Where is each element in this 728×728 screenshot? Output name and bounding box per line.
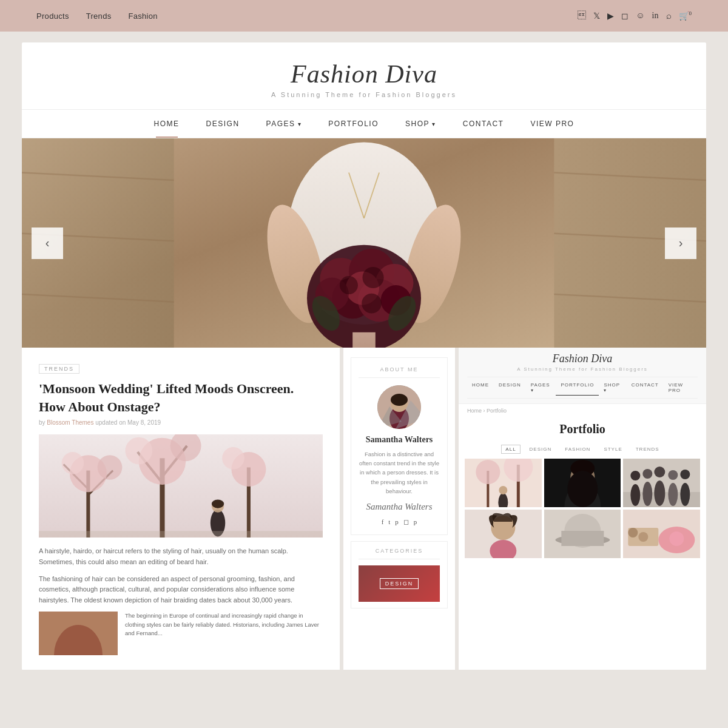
post-category: TRENDS xyxy=(39,364,79,374)
svg-rect-70 xyxy=(544,459,621,507)
svg-point-25 xyxy=(362,294,382,314)
filter-all[interactable]: ALL xyxy=(501,445,520,454)
about-me-box: ABOUT ME Samantha Walters Fashion is a d xyxy=(351,357,448,535)
bottom-section: TRENDS 'Monsoon Wedding' Lifted Moods On… xyxy=(22,348,706,670)
svg-point-41 xyxy=(125,437,152,465)
portfolio-thumb-1[interactable] xyxy=(465,459,542,507)
pnav-pages[interactable]: PAGES ▾ xyxy=(526,380,556,396)
pnav-contact[interactable]: CONTACT xyxy=(627,380,664,396)
svg-point-93 xyxy=(639,532,649,542)
top-bar-nav: Products Trends Fashion xyxy=(36,12,158,21)
category-image: DESIGN xyxy=(359,565,440,602)
pnav-home[interactable]: HOME xyxy=(467,380,494,396)
portfolio-thumb-6[interactable] xyxy=(623,510,700,558)
twitter-icon[interactable]: 𝕏 xyxy=(593,11,600,21)
post-excerpt-3: The beginning in Europe of continual and… xyxy=(125,612,323,655)
youtube-icon[interactable]: ▶ xyxy=(607,11,614,21)
pnav-shop[interactable]: SHOP ▾ xyxy=(599,380,626,396)
portfolio-breadcrumb: Home › Portfolio xyxy=(459,404,706,417)
post-main-image xyxy=(39,434,323,538)
portfolio-mini-nav: HOME DESIGN PAGES ▾ PORTFOLIO SHOP ▾ CON… xyxy=(467,377,698,399)
social-facebook[interactable]: f xyxy=(382,518,384,526)
about-me-title: ABOUT ME xyxy=(359,366,440,378)
svg-point-77 xyxy=(655,467,666,477)
post-excerpt-2: The fashioning of hair can be considered… xyxy=(39,574,323,606)
site-subtitle: A Stunning Theme for Fashion Bloggers xyxy=(22,91,706,98)
svg-point-95 xyxy=(670,531,684,546)
categories-title: CATEGORIES xyxy=(359,548,440,559)
filter-trends[interactable]: TRENDS xyxy=(632,445,664,454)
topnav-trends[interactable]: Trends xyxy=(86,12,112,21)
filter-fashion[interactable]: FASHION xyxy=(561,445,595,454)
hero-background xyxy=(22,138,706,348)
hero-slider: ‹ › xyxy=(22,138,706,348)
svg-point-44 xyxy=(222,447,244,470)
svg-point-24 xyxy=(362,267,383,288)
blog-panel: TRENDS 'Monsoon Wedding' Lifted Moods On… xyxy=(22,348,343,670)
pnav-viewpro[interactable]: VIEW PRO xyxy=(664,380,698,396)
search-icon[interactable]: ⌕ xyxy=(666,11,672,21)
ok-icon[interactable]: ☺ xyxy=(636,11,644,21)
top-bar-icons:  𝕏 ▶ ◻ ☺ in ⌕ 🛒0 xyxy=(578,10,692,21)
svg-point-47 xyxy=(212,500,224,508)
nav-portfolio[interactable]: PORTFOLIO xyxy=(315,110,392,138)
portfolio-filter: ALL DESIGN FASHION STYLE TRENDS xyxy=(459,441,706,459)
pnav-portfolio[interactable]: PORTFOLIO xyxy=(556,380,599,396)
svg-point-92 xyxy=(629,528,638,538)
svg-point-74 xyxy=(631,484,641,506)
about-signature: Samantha Walters xyxy=(359,502,440,512)
sidebar-panel: ABOUT ME Samantha Walters Fashion is a d xyxy=(343,348,459,670)
svg-point-38 xyxy=(62,452,84,474)
small-post-image xyxy=(39,612,118,655)
topnav-products[interactable]: Products xyxy=(36,12,69,21)
portfolio-section-title: Portfolio xyxy=(459,417,706,441)
top-bar: Products Trends Fashion  𝕏 ▶ ◻ ☺ in ⌕ 🛒… xyxy=(0,0,728,32)
nav-pages[interactable]: PAGES xyxy=(253,110,315,138)
portfolio-thumb-5[interactable] xyxy=(544,510,621,558)
portfolio-panel: Fashion Diva A Stunning Theme for Fashio… xyxy=(459,348,706,670)
social-pinterest[interactable]: p xyxy=(395,518,399,526)
svg-rect-89 xyxy=(561,531,604,546)
portfolio-thumb-4[interactable] xyxy=(465,510,542,558)
linkedin-icon[interactable]: in xyxy=(652,11,659,21)
category-label[interactable]: DESIGN xyxy=(380,578,419,589)
portfolio-mini-subtitle: A Stunning Theme for Fashion Bloggers xyxy=(467,366,698,372)
instagram-icon[interactable]: ◻ xyxy=(621,11,629,21)
social-instagram[interactable]: ◻ xyxy=(403,518,409,526)
nav-view-pro[interactable]: VIEW PRO xyxy=(517,110,587,138)
svg-rect-28 xyxy=(352,332,376,348)
svg-point-80 xyxy=(669,483,678,506)
slider-next-button[interactable]: › xyxy=(665,228,696,259)
pnav-design[interactable]: DESIGN xyxy=(494,380,526,396)
social-twitter[interactable]: t xyxy=(388,518,390,526)
author-link[interactable]: Blossom Themes xyxy=(47,419,93,426)
portfolio-thumb-2[interactable] xyxy=(544,459,621,507)
avatar xyxy=(377,385,421,429)
svg-rect-48 xyxy=(39,531,323,538)
filter-style[interactable]: STYLE xyxy=(599,445,626,454)
nav-contact[interactable]: CONTACT xyxy=(450,110,517,138)
slider-prev-button[interactable]: ‹ xyxy=(32,228,63,259)
social-other[interactable]: p xyxy=(414,518,417,526)
post-meta: by Blossom Themes updated on May 8, 2019 xyxy=(39,419,323,426)
svg-point-39 xyxy=(98,456,123,480)
nav-shop[interactable]: SHOP xyxy=(392,110,450,138)
cart-icon[interactable]: 🛒0 xyxy=(679,10,692,21)
about-name: Samantha Walters xyxy=(359,435,440,445)
filter-design[interactable]: DESIGN xyxy=(525,445,556,454)
facebook-icon[interactable]:  xyxy=(578,11,586,21)
topnav-fashion[interactable]: Fashion xyxy=(128,12,157,21)
svg-point-79 xyxy=(669,470,678,480)
about-desc: Fashion is a distinctive and often const… xyxy=(359,450,440,496)
svg-point-60 xyxy=(476,460,500,484)
svg-point-75 xyxy=(643,469,653,479)
about-social: f t p ◻ p xyxy=(359,518,440,526)
svg-point-73 xyxy=(631,471,641,480)
portfolio-thumb-3[interactable] xyxy=(623,459,700,507)
nav-design[interactable]: DESIGN xyxy=(193,110,253,138)
nav-home[interactable]: HOME xyxy=(141,110,193,138)
svg-point-76 xyxy=(643,482,653,506)
main-nav: HOME DESIGN PAGES PORTFOLIO SHOP CONTACT… xyxy=(22,110,706,138)
post-title: 'Monsoon Wedding' Lifted Moods Onscreen.… xyxy=(39,380,323,416)
svg-point-55 xyxy=(391,394,408,406)
